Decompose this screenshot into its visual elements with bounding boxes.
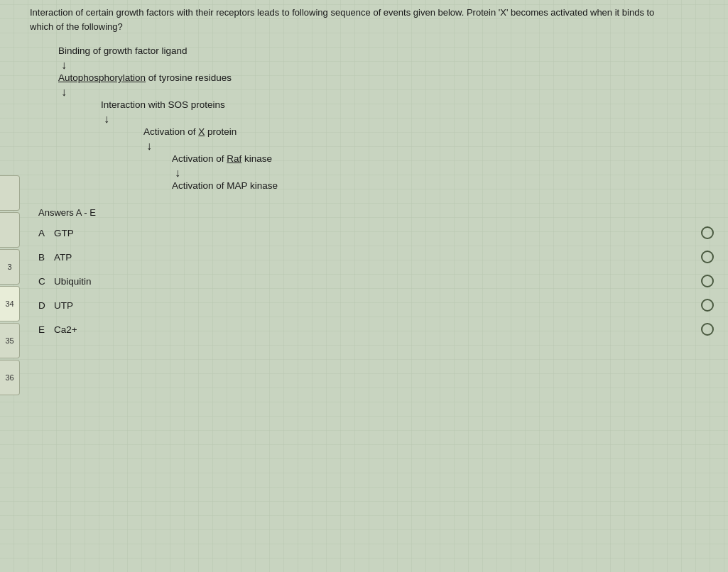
answers-section: Answers A - E A GTP B ATP <box>38 207 719 336</box>
page-tab-35[interactable]: 35 <box>0 323 20 358</box>
radio-b[interactable] <box>701 251 714 263</box>
letter-c: C <box>38 276 50 287</box>
sequence-step-6: Activation of MAP kinase <box>172 180 719 193</box>
answer-row-a: A GTP <box>38 226 719 239</box>
radio-c[interactable] <box>701 275 714 287</box>
letter-d: D <box>38 300 50 311</box>
radio-a[interactable] <box>701 226 714 239</box>
sequence-step-5: Activation of Raf kinase <box>172 153 719 166</box>
text-e: Ca2+ <box>54 324 77 335</box>
answer-row-e: E Ca2+ <box>38 323 719 336</box>
step3-text: Interaction with SOS proteins <box>101 99 225 110</box>
radio-inner-b <box>705 254 710 260</box>
letter-e: E <box>38 324 50 335</box>
arrow-3: ↓ <box>104 112 719 126</box>
sequence-step-3: Interaction with SOS proteins <box>101 99 719 112</box>
letter-a: A <box>38 228 50 238</box>
arrow-5: ↓ <box>175 166 719 180</box>
step4-text: Activation of X protein <box>143 126 237 137</box>
arrow-4: ↓ <box>146 139 719 153</box>
answer-row-b: B ATP <box>38 251 719 263</box>
question-text: Interaction of certain growth factors wi… <box>30 6 669 33</box>
page-tab-34[interactable]: 34 <box>0 286 20 321</box>
page-tab-blank1[interactable] <box>0 175 20 211</box>
step1-text: Binding of growth factor ligand <box>58 45 188 56</box>
page-container: 3 34 35 36 Interaction of certain growth… <box>0 0 728 572</box>
step6-text: Activation of MAP kinase <box>172 180 278 191</box>
text-b: ATP <box>54 252 72 263</box>
arrow-2: ↓ <box>61 85 719 99</box>
answer-row-c: C Ubiquitin <box>38 275 719 287</box>
text-d: UTP <box>54 300 73 311</box>
answer-label-b: B ATP <box>38 252 701 263</box>
answer-label-e: E Ca2+ <box>38 324 701 335</box>
arrow-1: ↓ <box>61 58 719 72</box>
radio-inner-d <box>705 302 710 308</box>
answer-label-d: D UTP <box>38 300 701 311</box>
radio-inner-e <box>705 326 710 332</box>
text-c: Ubiquitin <box>54 276 92 287</box>
radio-inner-a <box>705 230 710 236</box>
main-content: Interaction of certain growth factors wi… <box>30 6 719 336</box>
question-body: Interaction of certain growth factors wi… <box>30 7 654 32</box>
page-tab-3[interactable]: 3 <box>0 249 20 285</box>
sequence-container: Binding of growth factor ligand ↓ Autoph… <box>58 45 719 193</box>
sequence-step-4: Activation of X protein <box>143 126 719 139</box>
answer-label-a: A GTP <box>38 228 701 238</box>
sequence-step-1: Binding of growth factor ligand <box>58 45 719 58</box>
page-tab-36[interactable]: 36 <box>0 360 20 395</box>
step5-text: Activation of Raf kinase <box>172 153 272 164</box>
sequence-step-2: Autophosphorylation of tyrosine residues <box>58 72 719 85</box>
radio-e[interactable] <box>701 323 714 336</box>
text-a: GTP <box>54 228 74 238</box>
step2-underline: Autophosphorylation <box>58 72 146 83</box>
page-tabs: 3 34 35 36 <box>0 175 20 397</box>
answers-label: Answers A - E <box>38 207 719 218</box>
radio-d[interactable] <box>701 299 714 312</box>
step2-rest: of tyrosine residues <box>146 72 232 83</box>
answer-label-c: C Ubiquitin <box>38 276 701 287</box>
page-tab-blank2[interactable] <box>0 212 20 248</box>
letter-b: B <box>38 252 50 263</box>
answer-row-d: D UTP <box>38 299 719 312</box>
radio-inner-c <box>705 278 710 284</box>
